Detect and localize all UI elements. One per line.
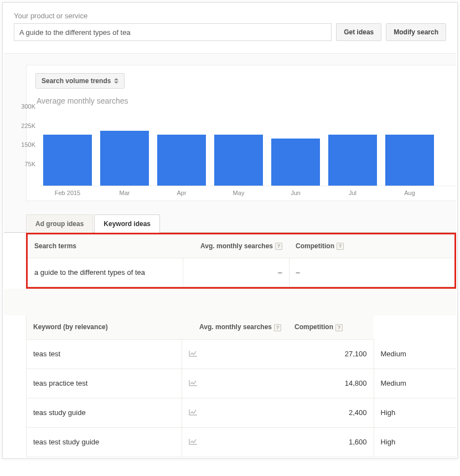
cell-competition: High	[374, 398, 456, 427]
chart-icon	[189, 408, 198, 417]
chart-bar[interactable]	[385, 135, 434, 186]
th-competition-2[interactable]: Competition?	[288, 315, 374, 339]
chart-icon	[189, 350, 198, 359]
chart-bar[interactable]	[43, 135, 92, 186]
x-tick-label: Feb 2015	[43, 190, 92, 196]
x-tick-label: Jun	[271, 190, 320, 196]
th-keyword[interactable]: Keyword (by relevance)	[27, 315, 182, 339]
cell-avg: 1,600	[288, 427, 374, 457]
cell-competition: –	[289, 258, 454, 287]
chart-title: Average monthly searches	[37, 96, 456, 105]
chart-bar[interactable]	[214, 135, 263, 186]
cell-keyword: teas practice test	[27, 368, 182, 398]
cell-competition: Medium	[374, 368, 456, 398]
cell-avg: 2,400	[288, 398, 374, 427]
sort-icon	[114, 78, 118, 84]
search-input[interactable]	[14, 23, 332, 41]
x-tick-label: Apr	[157, 190, 206, 196]
search-terms-table: Search terms Avg. monthly searches? Comp…	[28, 234, 454, 287]
table-row: teas practice test14,800Medium	[27, 368, 456, 398]
table-row: teas test study guide1,600High	[27, 427, 456, 457]
table-row: teas test27,100Medium	[27, 339, 456, 368]
table-row: teas study guide2,400High	[27, 398, 456, 427]
tab-ad-group-ideas[interactable]: Ad group ideas	[26, 214, 93, 233]
cell-avg: 14,800	[288, 368, 374, 398]
modify-search-button[interactable]: Modify search	[386, 23, 446, 41]
cell-chart-icon[interactable]	[182, 427, 288, 457]
chart-panel: Search volume trends Average monthly sea…	[26, 65, 456, 201]
cell-keyword: teas study guide	[27, 398, 182, 427]
trends-dropdown[interactable]: Search volume trends	[35, 73, 125, 89]
x-tick-label: Mar	[100, 190, 149, 196]
th-competition[interactable]: Competition?	[289, 234, 454, 258]
chart-bar[interactable]	[100, 131, 149, 186]
cell-chart-icon[interactable]	[182, 398, 288, 427]
x-tick-label: May	[214, 190, 263, 196]
chart-icon	[189, 438, 198, 447]
cell-chart-icon[interactable]	[182, 368, 288, 398]
th-avg-monthly[interactable]: Avg. monthly searches?	[183, 234, 289, 258]
cell-keyword: teas test study guide	[27, 427, 182, 457]
cell-chart-icon[interactable]	[182, 339, 288, 368]
chart-bar[interactable]	[157, 135, 206, 186]
help-icon[interactable]: ?	[275, 243, 282, 250]
x-tick-label: Jul	[328, 190, 377, 196]
search-terms-highlight: Search terms Avg. monthly searches? Comp…	[26, 233, 456, 289]
cell-avg: 27,100	[288, 339, 374, 368]
get-ideas-button[interactable]: Get ideas	[336, 23, 381, 41]
x-tick-label: Aug	[385, 190, 434, 196]
cell-avg: –	[183, 258, 289, 287]
cell-competition: Medium	[374, 339, 456, 368]
chart-bars	[40, 108, 456, 186]
chart-x-axis: Feb 2015MarAprMayJunJulAug	[40, 186, 456, 196]
trends-dropdown-label: Search volume trends	[42, 77, 111, 85]
cell-term: a guide to the different types of tea	[28, 258, 183, 287]
help-icon[interactable]: ?	[274, 324, 281, 331]
help-icon[interactable]: ?	[335, 324, 343, 331]
chart-bar[interactable]	[271, 139, 320, 186]
th-avg-monthly-2[interactable]: Avg. monthly searches?	[182, 315, 288, 339]
keyword-ideas-table: Keyword (by relevance) Avg. monthly sear…	[27, 315, 456, 457]
spacer	[4, 289, 456, 315]
cell-keyword: teas test	[27, 339, 182, 368]
chart-y-axis: 300K225K150K75K	[35, 108, 40, 186]
help-icon[interactable]: ?	[337, 243, 344, 250]
chart-icon	[189, 379, 198, 388]
search-label: Your product or service	[14, 12, 446, 20]
tab-keyword-ideas[interactable]: Keyword ideas	[94, 214, 160, 233]
chart-bar[interactable]	[328, 135, 377, 186]
th-search-terms[interactable]: Search terms	[28, 234, 183, 258]
table-row: a guide to the different types of tea – …	[28, 258, 454, 287]
cell-competition: High	[374, 427, 456, 457]
